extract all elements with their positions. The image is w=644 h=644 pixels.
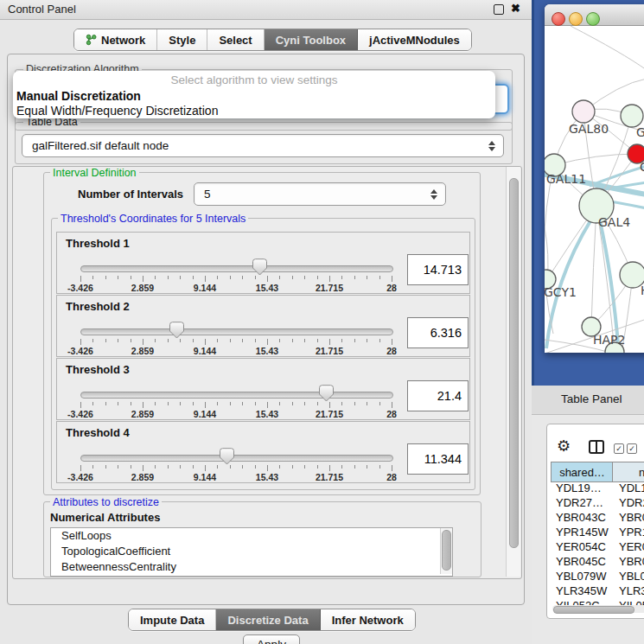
- slider-tick: [304, 276, 305, 279]
- tab-jactivemnodules[interactable]: jActiveMNodules: [358, 29, 471, 50]
- slider-tick: [367, 402, 367, 405]
- tab-infer-network[interactable]: Infer Network: [321, 609, 415, 630]
- checkbox-checked-icon[interactable]: ✓: [614, 443, 624, 454]
- close-icon[interactable]: ✖: [511, 2, 520, 15]
- table-cell[interactable]: YBR04: [619, 555, 644, 570]
- slider-tick-label: 2.859: [131, 409, 154, 419]
- network-canvas[interactable]: GAL80GACGAL11GAL4GCY1HAHAP2: [545, 26, 644, 353]
- float-window-icon[interactable]: [494, 4, 504, 15]
- combo-spinner-icon: [488, 141, 495, 151]
- apply-button[interactable]: Apply: [243, 634, 300, 644]
- network-edge[interactable]: [571, 26, 644, 70]
- slider-tick: [180, 402, 181, 405]
- slider-tick: [354, 402, 355, 405]
- table-cell[interactable]: YDR27: [619, 496, 644, 511]
- attributes-scrollbar-thumb[interactable]: [442, 530, 451, 571]
- table-cell[interactable]: YBR043C: [556, 511, 617, 526]
- threshold-value-field[interactable]: 6.316: [407, 317, 469, 348]
- horizontal-scrollbar-thumb[interactable]: [553, 606, 634, 614]
- attributes-scrollbar[interactable]: [440, 528, 452, 574]
- close-traffic-light-icon[interactable]: [552, 12, 565, 26]
- slider-thumb[interactable]: [252, 258, 267, 276]
- number-of-intervals-combobox[interactable]: 5: [194, 182, 446, 206]
- threshold-value-field[interactable]: 14.713: [407, 254, 469, 285]
- table-cell[interactable]: YLR345W: [556, 584, 617, 599]
- table-cell[interactable]: YER05: [619, 540, 644, 555]
- minimize-traffic-light-icon[interactable]: [569, 12, 583, 26]
- slider-tick: [292, 402, 293, 405]
- column-header-label: name: [639, 466, 644, 479]
- panel-scrollbar[interactable]: [506, 167, 520, 577]
- attribute-list-item[interactable]: BetweennessCentrality: [51, 559, 452, 575]
- numerical-attributes-list[interactable]: SelfLoopsTopologicalCoefficientBetweenne…: [50, 527, 453, 577]
- slider-tick: [205, 276, 206, 282]
- slider-tick: [193, 276, 194, 279]
- table-cell[interactable]: YPR145W: [556, 526, 617, 540]
- slider-thumb[interactable]: [169, 322, 184, 339]
- slider-track[interactable]: [80, 455, 393, 462]
- slider-tick: [217, 276, 218, 279]
- slider-track[interactable]: [80, 328, 393, 335]
- network-edge[interactable]: [554, 154, 637, 165]
- slider-tick-label: 15.43: [256, 346, 278, 356]
- network-node-label: HAP2: [593, 333, 625, 347]
- slider-tick: [168, 465, 169, 469]
- popup-item-equal-width-frequency[interactable]: Equal Width/Frequency Discretization: [16, 104, 490, 118]
- slider-tick: [255, 276, 256, 279]
- attributes-group-title: Attributes to discretize: [50, 496, 162, 508]
- table-cell[interactable]: YDL19: [619, 481, 644, 496]
- horizontal-scrollbar[interactable]: [552, 605, 644, 613]
- checkbox-checked-icon[interactable]: ✓: [627, 443, 637, 454]
- tab-label: Discretize Data: [227, 614, 308, 627]
- attribute-list-item[interactable]: SelfLoops: [51, 528, 452, 544]
- table-cell[interactable]: YBL079W: [556, 570, 617, 584]
- tab-cyni-toolbox[interactable]: Cyni Toolbox: [265, 29, 358, 50]
- slider-thumb[interactable]: [319, 385, 334, 402]
- table-cell[interactable]: YDL19…: [556, 481, 617, 496]
- slider-track[interactable]: [80, 392, 393, 399]
- table-cell[interactable]: YBR045C: [556, 555, 617, 570]
- threshold-value-field[interactable]: 21.4: [407, 380, 469, 411]
- table-cell[interactable]: YBR04: [619, 511, 644, 526]
- tab-discretize-data[interactable]: Discretize Data: [216, 609, 320, 630]
- table-cell[interactable]: YLR34: [619, 584, 644, 599]
- network-edge[interactable]: [591, 206, 596, 327]
- slider-tick-label: 2.859: [131, 346, 154, 356]
- network-node-label: GA: [636, 125, 644, 139]
- slider-tick: [105, 339, 106, 342]
- threshold-label: Threshold 4: [66, 426, 130, 439]
- zoom-traffic-light-icon[interactable]: [586, 12, 600, 26]
- split-column-icon[interactable]: [589, 440, 604, 454]
- network-node[interactable]: [621, 105, 643, 127]
- table-cell[interactable]: YBL07: [619, 570, 644, 584]
- slider-tick-label: 21.715: [316, 283, 343, 293]
- table-cell[interactable]: YER054C: [556, 540, 617, 555]
- network-node-label: C: [640, 160, 644, 174]
- control-panel-tabs: NetworkStyleSelectCyni ToolboxjActiveMNo…: [73, 29, 472, 51]
- network-node[interactable]: [572, 100, 595, 123]
- slider-tick: [193, 465, 194, 469]
- slider-tick: [267, 339, 268, 345]
- gear-icon[interactable]: ⚙: [557, 438, 571, 454]
- tab-network[interactable]: Network: [74, 29, 157, 50]
- table-data-combobox[interactable]: galFiltered.sif default node: [22, 134, 504, 157]
- tab-select[interactable]: Select: [207, 29, 264, 50]
- popup-item-manual-discretization[interactable]: Manual Discretization: [16, 89, 490, 103]
- slider-tick: [354, 339, 355, 342]
- panel-scrollbar-thumb[interactable]: [509, 178, 519, 548]
- network-icon: [86, 34, 97, 46]
- tab-style[interactable]: Style: [157, 29, 207, 50]
- slider-tick: [317, 465, 318, 469]
- table-cell[interactable]: YPR14: [619, 526, 644, 540]
- table-cell[interactable]: YDR27…: [556, 496, 617, 511]
- attribute-list-item[interactable]: TopologicalCoefficient: [51, 544, 452, 559]
- slider-thumb[interactable]: [220, 448, 234, 465]
- column-header-name[interactable]: name: [612, 462, 644, 482]
- slider-track[interactable]: [80, 265, 393, 272]
- tab-impute-data[interactable]: Impute Data: [129, 609, 216, 630]
- column-header-shared-name[interactable]: shared…: [551, 462, 614, 482]
- slider-tick-label: -3.426: [67, 346, 93, 356]
- slider-tick: [292, 339, 293, 342]
- slider-tick: [168, 402, 169, 405]
- threshold-value-field[interactable]: 11.344: [407, 443, 469, 475]
